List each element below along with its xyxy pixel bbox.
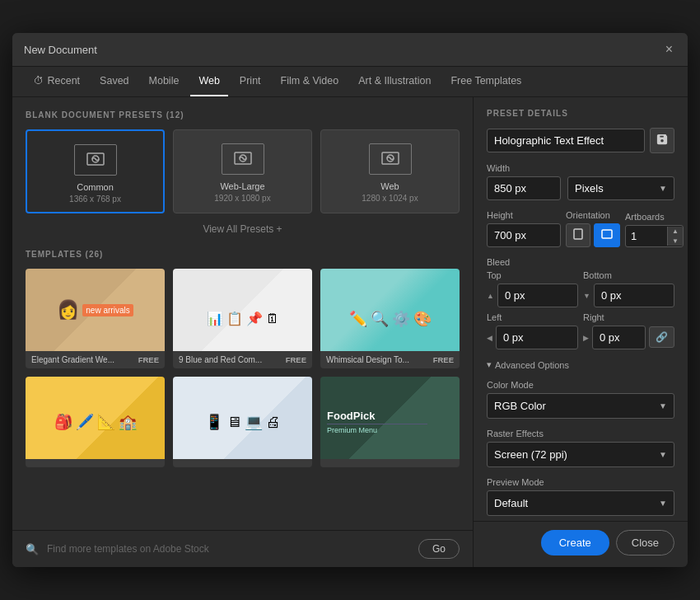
- template-4-thumbnail: 🎒 🖊️ 📐 🏫: [26, 377, 165, 467]
- right-panel: PRESET DETAILS Width Pixels ▼: [474, 97, 688, 521]
- tab-web[interactable]: Web: [190, 67, 227, 96]
- color-mode-label: Color Mode: [487, 380, 674, 390]
- preset-web-large-dims: 1920 x 1080 px: [180, 194, 305, 203]
- preview-mode-field: Preview Mode Default ▼: [487, 477, 674, 516]
- link-bleed-button[interactable]: 🔗: [649, 326, 674, 348]
- color-mode-dropdown-arrow: ▼: [659, 401, 667, 410]
- raster-effects-value: Screen (72 ppi): [494, 448, 567, 461]
- preset-web-icon: [369, 143, 412, 175]
- preset-web[interactable]: Web 1280 x 1024 px: [320, 129, 460, 213]
- preview-mode-dropdown[interactable]: Default ▼: [487, 490, 674, 516]
- landscape-button[interactable]: [594, 223, 620, 247]
- bleed-bottom-label: Bottom: [583, 270, 674, 280]
- tab-art[interactable]: Art & Illustration: [350, 67, 439, 96]
- bleed-top-arrow-icon: ▲: [487, 292, 494, 300]
- bleed-right-label: Right: [583, 312, 674, 322]
- preset-name-row: [487, 128, 674, 153]
- raster-effects-field: Raster Effects Screen (72 ppi) ▼: [487, 429, 674, 467]
- template-6-thumbnail: FoodPick Premium Menu: [320, 377, 460, 467]
- template-1-thumbnail: 👩 new arrivals: [26, 269, 165, 351]
- bleed-right-row: ▶ 🔗: [583, 326, 674, 349]
- preset-web-large[interactable]: Web-Large 1920 x 1080 px: [173, 129, 312, 213]
- artboards-arrows: ▲ ▼: [667, 227, 683, 246]
- preset-web-dims: 1280 x 1024 px: [328, 194, 452, 203]
- orientation-label: Orientation: [566, 210, 620, 220]
- artboards-up-button[interactable]: ▲: [668, 227, 683, 237]
- blank-presets-header: BLANK DOCUMENT PRESETS (12): [26, 110, 460, 120]
- new-document-dialog: New Document × ⏱ Recent Saved Mobile Web…: [12, 33, 688, 567]
- dialog-footer: Create Close: [474, 521, 688, 567]
- left-panel: BLANK DOCUMENT PRESETS (12) Common 1366 …: [12, 97, 473, 530]
- template-4[interactable]: 🎒 🖊️ 📐 🏫: [26, 377, 165, 467]
- search-bar: 🔍 Go: [12, 530, 473, 567]
- preset-common-dims: 1366 x 768 px: [34, 195, 156, 204]
- preset-common-icon: [74, 144, 117, 176]
- go-button[interactable]: Go: [418, 539, 460, 559]
- svg-rect-7: [602, 230, 612, 238]
- height-orient-artboard-row: Height Orientation: [487, 210, 674, 247]
- search-input[interactable]: [47, 543, 410, 555]
- orientation-field: Orientation: [566, 210, 620, 247]
- tab-saved[interactable]: Saved: [91, 67, 137, 96]
- bleed-bottom-field: Bottom ▼: [583, 270, 674, 307]
- close-button[interactable]: Close: [616, 530, 674, 555]
- template-1-name: Elegant Gradient We...: [31, 355, 114, 364]
- bleed-bottom-input[interactable]: [594, 284, 674, 307]
- artboards-down-button[interactable]: ▼: [668, 237, 683, 246]
- tabs-bar: ⏱ Recent Saved Mobile Web Print Film & V…: [12, 67, 688, 97]
- height-input[interactable]: [487, 223, 561, 247]
- search-icon: 🔍: [26, 543, 39, 555]
- template-5[interactable]: 📱 🖥 💻 🖨: [173, 377, 312, 467]
- template-1-info: Elegant Gradient We... FREE: [26, 351, 165, 368]
- preset-common-name: Common: [34, 182, 156, 192]
- bleed-bottom-arrow-icon: ▼: [583, 292, 590, 300]
- templates-grid: 👩 new arrivals Elegant Gradient We... FR…: [26, 269, 460, 467]
- preset-details-label: PRESET DETAILS: [487, 109, 674, 118]
- bleed-left-arrow-icon: ◀: [487, 334, 492, 342]
- bleed-label: Bleed: [487, 257, 674, 267]
- bleed-left-input[interactable]: [496, 326, 578, 349]
- unit-value: Pixels: [575, 182, 604, 195]
- bleed-top-field: Top ▲: [487, 270, 578, 307]
- close-dialog-button[interactable]: ×: [662, 41, 676, 58]
- save-preset-button[interactable]: [650, 128, 674, 153]
- raster-effects-label: Raster Effects: [487, 429, 674, 438]
- preset-common[interactable]: Common 1366 x 768 px: [26, 129, 165, 213]
- dialog-body: BLANK DOCUMENT PRESETS (12) Common 1366 …: [12, 97, 688, 567]
- color-mode-dropdown[interactable]: RGB Color ▼: [487, 393, 674, 419]
- unit-dropdown-arrow: ▼: [659, 184, 667, 193]
- tab-film[interactable]: Film & Video: [273, 67, 348, 96]
- color-mode-field: Color Mode RGB Color ▼: [487, 380, 674, 419]
- bleed-right-arrow-icon: ▶: [583, 334, 589, 342]
- tab-free-templates[interactable]: Free Templates: [442, 67, 530, 96]
- tab-recent[interactable]: ⏱ Recent: [26, 67, 88, 96]
- bleed-right-input[interactable]: [592, 326, 646, 349]
- width-label: Width: [487, 163, 674, 173]
- unit-dropdown[interactable]: Pixels ▼: [567, 176, 674, 200]
- view-all-presets[interactable]: View All Presets +: [26, 223, 460, 235]
- recent-icon: ⏱: [34, 75, 44, 87]
- width-row: Pixels ▼: [487, 176, 674, 200]
- preset-web-large-icon: [222, 143, 264, 175]
- preview-mode-label: Preview Mode: [487, 477, 674, 487]
- preview-mode-value: Default: [494, 497, 528, 509]
- titlebar: New Document ×: [12, 33, 688, 67]
- height-label: Height: [487, 210, 561, 220]
- bleed-right-field: Right ▶ 🔗: [583, 312, 674, 349]
- template-3[interactable]: ✏️ 🔍 ⚙️ 🎨 Whimsical Design To... FREE: [320, 269, 460, 368]
- presets-grid: Common 1366 x 768 px Web-Large 1920 x 10…: [26, 129, 460, 213]
- portrait-button[interactable]: [566, 223, 590, 247]
- template-1[interactable]: 👩 new arrivals Elegant Gradient We... FR…: [26, 269, 165, 368]
- bleed-top-input[interactable]: [497, 284, 578, 307]
- tab-mobile[interactable]: Mobile: [141, 67, 188, 96]
- width-input[interactable]: [487, 176, 561, 200]
- template-6[interactable]: FoodPick Premium Menu: [320, 377, 460, 467]
- create-button[interactable]: Create: [541, 530, 609, 555]
- artboards-input[interactable]: [626, 226, 667, 246]
- preset-web-name: Web: [328, 181, 452, 191]
- tab-print[interactable]: Print: [231, 67, 269, 96]
- preset-name-input[interactable]: [487, 129, 645, 152]
- template-2[interactable]: 📊 📋 📌 🗓 9 Blue and Red Com... FREE: [173, 269, 312, 368]
- raster-effects-dropdown[interactable]: Screen (72 ppi) ▼: [487, 442, 674, 467]
- advanced-options-toggle[interactable]: ▾ Advanced Options: [487, 359, 674, 370]
